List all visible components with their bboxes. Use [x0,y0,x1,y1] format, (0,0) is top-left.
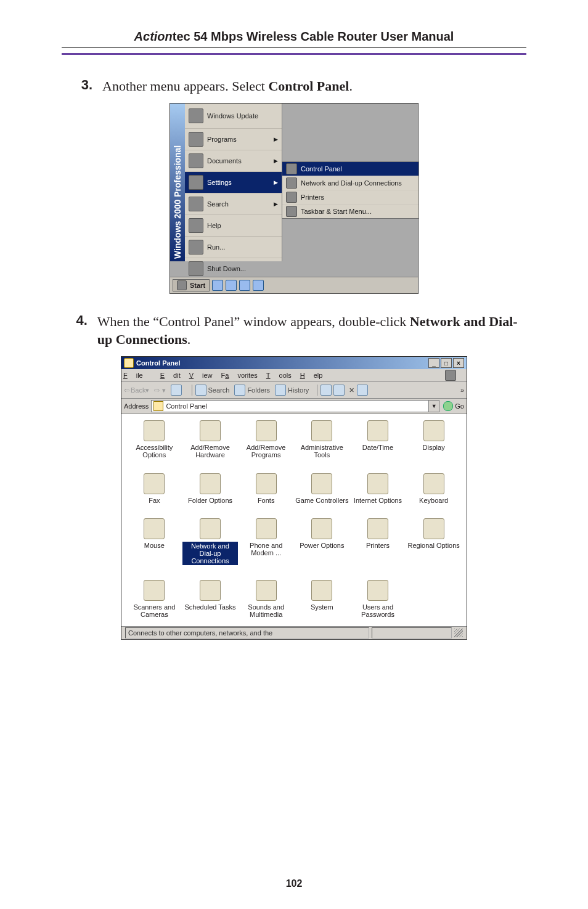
applet-icon [144,518,165,539]
applet-icon [423,473,444,494]
start-button[interactable]: Start [173,279,210,291]
applet-label: Date/Time [362,444,393,451]
submenu-control-panel[interactable]: Control Panel [282,162,419,176]
icon-grid: Accessibility OptionsAdd/Remove Hardware… [121,414,467,630]
taskbar: Start [170,277,418,293]
header-rest: 54 Mbps Wireless Cable Router User Manua… [190,30,454,43]
submenu-printers[interactable]: Printers [282,190,419,204]
cp-icon[interactable]: Display [406,420,462,465]
applet-icon [423,420,444,441]
search-button[interactable]: Search [195,385,230,396]
quicklaunch-icon[interactable] [253,280,264,291]
cp-icon[interactable]: Game Controllers [294,473,350,510]
applet-icon [256,580,277,601]
address-dropdown[interactable]: ▼ [429,400,439,412]
cp-icon[interactable]: Scanners and Cameras [126,580,182,624]
applet-label: Regional Options [407,542,459,549]
folders-button[interactable]: Folders [234,385,270,396]
cp-icon[interactable]: Administrative Tools [294,420,350,465]
cp-icon[interactable]: Fax [126,473,182,510]
start-item-documents[interactable]: Documents▶ [185,150,282,171]
start-item-windows-update[interactable]: Windows Update [185,104,282,128]
menubar: File Edit View Favorites Tools Help [121,369,467,382]
cp-icon[interactable]: Regional Options [406,518,462,571]
move-to-icon[interactable] [321,385,332,396]
applet-label: Printers [366,542,390,549]
start-item-search[interactable]: Search▶ [185,193,282,214]
cp-icon[interactable]: Folder Options [182,473,239,510]
cp-icon[interactable]: Printers [350,518,406,571]
brand-suffix: tec [173,30,190,43]
close-button[interactable]: × [453,358,464,368]
start-item-settings[interactable]: Settings▶ [185,171,282,193]
step-text: Another menu appears. Select Control Pan… [102,77,353,96]
applet-icon [311,580,332,601]
menu-tools[interactable]: Tools [266,372,292,379]
applet-icon [311,473,332,494]
history-button[interactable]: History [275,385,309,396]
start-item-programs[interactable]: Programs▶ [185,128,282,150]
address-label: Address [124,402,149,410]
settings-icon [189,175,203,190]
cp-icon[interactable]: Power Options [294,518,350,571]
applet-icon [144,420,165,441]
minimize-button[interactable]: _ [428,358,439,368]
applet-icon [367,518,388,539]
cp-icon[interactable]: Users and Passwords [350,580,406,624]
cp-icon[interactable]: Date/Time [350,420,406,465]
delete-button[interactable]: ✕ [349,386,354,394]
cp-icon[interactable]: Fonts [238,473,294,510]
start-item-run[interactable]: Run... [185,236,282,258]
submenu-network-dialup[interactable]: Network and Dial-up Connections [282,176,419,190]
menu-file[interactable]: File [123,372,152,379]
go-button[interactable]: Go [443,401,464,411]
cp-icon[interactable]: System [294,580,350,624]
applet-icon [200,518,221,539]
go-icon [443,401,453,411]
menu-help[interactable]: Help [300,372,323,379]
cp-icon[interactable]: Keyboard [406,473,462,510]
applet-label: Add/Remove Hardware [182,444,239,459]
applet-label: Add/Remove Programs [238,444,294,459]
step-number: 4. [62,312,97,349]
rule-accent [62,53,526,55]
menu-favorites[interactable]: Favorites [221,372,258,379]
cp-icon[interactable]: Sounds and Multimedia [238,580,294,624]
cp-icon[interactable]: Add/Remove Programs [238,420,294,465]
applet-label: Sounds and Multimedia [238,603,294,618]
applet-label: Scheduled Tasks [185,603,236,611]
status-bar: Connects to other computers, networks, a… [121,626,467,639]
run-icon [189,240,203,255]
submenu-taskbar[interactable]: Taskbar & Start Menu... [282,204,419,218]
start-item-help[interactable]: Help [185,214,282,236]
start-item-shutdown[interactable]: Shut Down... [185,258,282,279]
cp-icon[interactable]: Accessibility Options [126,420,182,465]
cp-icon[interactable]: Internet Options [350,473,406,510]
applet-label: Keyboard [419,497,448,504]
menu-edit[interactable]: Edit [160,372,181,379]
cp-icon[interactable]: Add/Remove Hardware [182,420,239,465]
submenu-arrow-icon: ▶ [274,179,278,185]
printers-icon [286,192,297,203]
quicklaunch-icon[interactable] [239,280,250,291]
undo-icon[interactable] [357,385,368,396]
applet-label: Fonts [258,497,275,504]
address-field[interactable]: Control Panel [151,400,429,412]
cp-icon[interactable]: Network and Dial-up Connections [182,518,239,571]
applet-label: Folder Options [188,497,232,504]
settings-submenu: Control Panel Network and Dial-up Connec… [282,161,419,219]
applet-icon [200,580,221,601]
copy-to-icon[interactable] [333,385,345,396]
cp-icon[interactable]: Phone and Modem ... [238,518,294,571]
back-button[interactable]: ⇦Back ▾ [124,386,149,394]
maximize-button[interactable]: □ [441,358,452,368]
quicklaunch-icon[interactable] [226,280,237,291]
forward-button[interactable]: ⇨ ▾ [154,386,165,394]
quicklaunch-icon[interactable] [212,280,223,291]
up-button[interactable] [171,385,184,396]
cp-icon[interactable]: Mouse [126,518,182,571]
applet-icon [200,420,221,441]
toolbar-overflow[interactable]: » [460,386,464,394]
menu-view[interactable]: View [189,372,213,379]
cp-icon[interactable]: Scheduled Tasks [182,580,239,624]
